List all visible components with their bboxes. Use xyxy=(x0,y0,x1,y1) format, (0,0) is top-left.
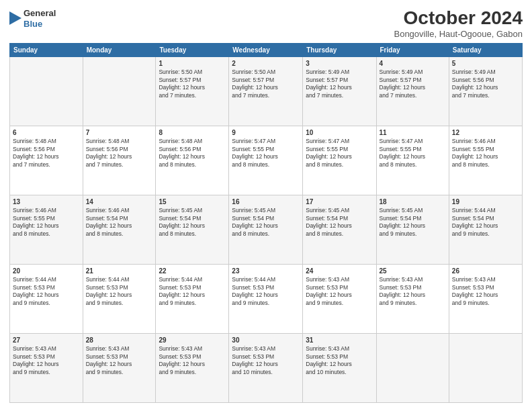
header: General Blue October 2024 Bongoville, Ha… xyxy=(9,8,523,39)
day-content-line: and 8 minutes. xyxy=(452,161,519,169)
day-content-line: Sunrise: 5:43 AM xyxy=(86,345,153,353)
day-number: 16 xyxy=(232,197,300,207)
day-content-line: Sunset: 5:56 PM xyxy=(452,77,519,84)
calendar-header-cell: Friday xyxy=(376,43,449,56)
day-content-line: Sunset: 5:53 PM xyxy=(159,284,226,291)
day-number: 15 xyxy=(159,197,226,207)
day-content-line: Sunrise: 5:48 AM xyxy=(159,138,226,145)
day-content-line: Sunrise: 5:45 AM xyxy=(159,207,226,214)
day-content-line: Sunrise: 5:46 AM xyxy=(13,207,80,214)
day-content-line: Sunset: 5:55 PM xyxy=(452,146,519,153)
day-content-line: Sunset: 5:54 PM xyxy=(159,215,226,222)
calendar-day-cell: 26Sunrise: 5:43 AMSunset: 5:53 PMDayligh… xyxy=(449,264,522,333)
day-number: 2 xyxy=(232,59,300,68)
day-content-line: Sunset: 5:53 PM xyxy=(13,284,80,291)
calendar-body: 1Sunrise: 5:50 AMSunset: 5:57 PMDaylight… xyxy=(10,56,523,402)
calendar-day-cell: 25Sunrise: 5:43 AMSunset: 5:53 PMDayligh… xyxy=(376,264,449,333)
day-content-line: Sunrise: 5:47 AM xyxy=(232,138,300,145)
day-content-line: Sunset: 5:53 PM xyxy=(86,284,153,291)
day-content-line: Daylight: 12 hours xyxy=(159,84,226,91)
calendar-day-cell: 11Sunrise: 5:47 AMSunset: 5:55 PMDayligh… xyxy=(376,126,449,195)
logo-text-blue: Blue xyxy=(24,19,56,30)
calendar-day-cell: 27Sunrise: 5:43 AMSunset: 5:53 PMDayligh… xyxy=(10,333,83,402)
day-content-line: Sunset: 5:54 PM xyxy=(86,215,153,222)
day-content-line: and 7 minutes. xyxy=(159,92,226,99)
title-block: October 2024 Bongoville, Haut-Ogooue, Ga… xyxy=(394,8,523,39)
calendar-week-row: 27Sunrise: 5:43 AMSunset: 5:53 PMDayligh… xyxy=(10,333,523,402)
calendar-day-cell: 23Sunrise: 5:44 AMSunset: 5:53 PMDayligh… xyxy=(229,264,303,333)
day-content-line: Sunset: 5:54 PM xyxy=(306,215,373,222)
subtitle: Bongoville, Haut-Ogooue, Gabon xyxy=(394,29,523,39)
day-content-line: Sunset: 5:55 PM xyxy=(380,146,446,153)
day-content-line: Sunrise: 5:46 AM xyxy=(452,138,519,145)
day-content-line: Sunrise: 5:43 AM xyxy=(306,345,373,353)
day-content-line: Sunrise: 5:44 AM xyxy=(159,276,226,283)
logo-triangle-icon xyxy=(9,11,21,26)
day-content-line: Sunset: 5:56 PM xyxy=(86,146,153,153)
day-content-line: Daylight: 12 hours xyxy=(452,84,519,91)
page: General Blue October 2024 Bongoville, Ha… xyxy=(0,0,532,411)
day-content-line: Sunset: 5:56 PM xyxy=(159,146,226,153)
logo: General Blue xyxy=(9,8,56,29)
day-number: 10 xyxy=(306,128,373,138)
day-content-line: and 8 minutes. xyxy=(380,161,446,169)
day-content-line: and 9 minutes. xyxy=(159,300,226,307)
day-content-line: Daylight: 12 hours xyxy=(159,153,226,161)
day-number: 13 xyxy=(13,197,80,207)
day-content-line: Sunset: 5:54 PM xyxy=(452,215,519,222)
day-content-line: and 9 minutes. xyxy=(13,300,80,307)
calendar-day-cell: 14Sunrise: 5:46 AMSunset: 5:54 PMDayligh… xyxy=(83,195,156,264)
day-content-line: and 9 minutes. xyxy=(159,369,226,376)
day-content-line: Sunset: 5:54 PM xyxy=(380,215,446,222)
day-content-line: and 9 minutes. xyxy=(452,230,519,238)
day-number: 21 xyxy=(86,267,153,276)
day-content-line: Sunset: 5:57 PM xyxy=(232,77,300,84)
day-content-line: Sunset: 5:55 PM xyxy=(232,146,300,153)
day-content-line: Daylight: 12 hours xyxy=(232,84,300,91)
day-content-line: and 7 minutes. xyxy=(232,92,300,99)
day-content-line: Daylight: 12 hours xyxy=(159,222,226,230)
calendar-day-cell: 31Sunrise: 5:43 AMSunset: 5:53 PMDayligh… xyxy=(303,333,376,402)
day-number: 20 xyxy=(13,267,80,276)
calendar-day-cell: 4Sunrise: 5:49 AMSunset: 5:57 PMDaylight… xyxy=(376,56,449,126)
day-content-line: and 9 minutes. xyxy=(86,300,153,307)
day-content-line: Daylight: 12 hours xyxy=(452,153,519,161)
day-content-line: Sunrise: 5:49 AM xyxy=(306,68,373,76)
day-content-line: Sunset: 5:57 PM xyxy=(380,77,446,84)
day-content-line: Sunrise: 5:43 AM xyxy=(232,345,300,353)
day-content-line: Sunset: 5:57 PM xyxy=(306,77,373,84)
day-content-line: Daylight: 12 hours xyxy=(86,291,153,299)
calendar-header-cell: Thursday xyxy=(303,43,376,56)
calendar-day-cell: 22Sunrise: 5:44 AMSunset: 5:53 PMDayligh… xyxy=(156,264,229,333)
day-content-line: and 10 minutes. xyxy=(232,369,300,376)
day-content-line: and 8 minutes. xyxy=(232,230,300,238)
day-content-line: and 10 minutes. xyxy=(306,369,373,376)
day-content-line: Sunrise: 5:43 AM xyxy=(159,345,226,353)
calendar-day-cell: 1Sunrise: 5:50 AMSunset: 5:57 PMDaylight… xyxy=(156,56,229,126)
day-number: 30 xyxy=(232,336,300,345)
day-content-line: and 9 minutes. xyxy=(86,369,153,376)
calendar-day-cell: 19Sunrise: 5:44 AMSunset: 5:54 PMDayligh… xyxy=(449,195,522,264)
day-content-line: Daylight: 12 hours xyxy=(232,153,300,161)
day-number: 31 xyxy=(306,336,373,345)
day-content-line: Sunset: 5:53 PM xyxy=(232,284,300,291)
day-content-line: and 8 minutes. xyxy=(306,161,373,169)
calendar-day-cell xyxy=(83,56,156,126)
day-content-line: Daylight: 12 hours xyxy=(13,361,80,368)
day-content-line: and 8 minutes. xyxy=(159,230,226,238)
day-content-line: and 9 minutes. xyxy=(13,369,80,376)
calendar-week-row: 6Sunrise: 5:48 AMSunset: 5:56 PMDaylight… xyxy=(10,126,523,195)
day-number: 3 xyxy=(306,59,373,68)
day-content-line: Sunset: 5:53 PM xyxy=(159,353,226,361)
day-content-line: Daylight: 12 hours xyxy=(306,84,373,91)
day-number: 19 xyxy=(452,197,519,207)
calendar-day-cell: 10Sunrise: 5:47 AMSunset: 5:55 PMDayligh… xyxy=(303,126,376,195)
day-content-line: and 8 minutes. xyxy=(232,161,300,169)
day-number: 7 xyxy=(86,128,153,138)
calendar-day-cell: 2Sunrise: 5:50 AMSunset: 5:57 PMDaylight… xyxy=(229,56,303,126)
calendar-week-row: 20Sunrise: 5:44 AMSunset: 5:53 PMDayligh… xyxy=(10,264,523,333)
calendar-day-cell: 24Sunrise: 5:43 AMSunset: 5:53 PMDayligh… xyxy=(303,264,376,333)
day-number: 8 xyxy=(159,128,226,138)
day-content-line: and 8 minutes. xyxy=(306,230,373,238)
calendar-day-cell: 15Sunrise: 5:45 AMSunset: 5:54 PMDayligh… xyxy=(156,195,229,264)
